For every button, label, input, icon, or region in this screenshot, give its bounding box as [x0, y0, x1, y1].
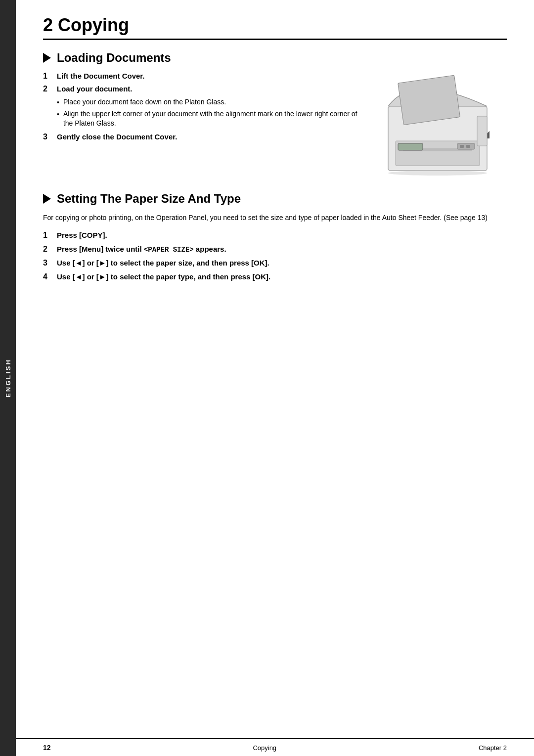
main-content: 2 Copying Loading Documents 1 Lift the D… [16, 0, 534, 756]
setting-step-4-number: 4 [43, 272, 57, 281]
bullet-2-text: Align the upper left corner of your docu… [63, 109, 358, 129]
sidebar-label: ENGLISH [4, 358, 12, 398]
setting-step-3-number: 3 [43, 259, 57, 267]
setting-step-1-number: 1 [43, 231, 57, 240]
svg-rect-3 [398, 75, 460, 125]
step-2-text: Load your document. [57, 85, 133, 93]
svg-rect-6 [466, 145, 470, 148]
section1-arrow-icon [43, 53, 51, 63]
section1-header: Loading Documents [43, 51, 507, 65]
step-1-number: 1 [43, 72, 57, 81]
title-divider [43, 39, 507, 40]
setting-step-3: 3 Use [◄] or [►] to select the paper siz… [43, 259, 507, 267]
svg-rect-8 [477, 116, 487, 146]
setting-step-2-number: 2 [43, 245, 57, 254]
bullet-2-dot: • [57, 110, 59, 118]
svg-rect-7 [398, 143, 423, 150]
bullet-1-text: Place your document face down on the Pla… [63, 97, 226, 107]
step-2-bullets: • Place your document face down on the P… [57, 97, 358, 129]
step-3-text: Gently close the Document Cover. [57, 133, 177, 141]
setting-step-4-text: Use [◄] or [►] to select the paper type,… [57, 272, 270, 281]
bullet-1: • Place your document face down on the P… [57, 97, 358, 107]
footer-chapter-text: Chapter 2 [479, 744, 507, 752]
setting-step-3-text: Use [◄] or [►] to select the paper size,… [57, 259, 269, 267]
setting-step-2-text: Press [Menu] twice until <PAPER SIZE> ap… [57, 245, 226, 254]
step-3: 3 Gently close the Document Cover. [43, 133, 358, 141]
footer: 12 Copying Chapter 2 [16, 738, 534, 756]
setting-step-1-text: Press [COPY]. [57, 231, 107, 239]
section2-arrow-icon [43, 194, 51, 204]
step-2: 2 Load your document. [43, 85, 358, 93]
step-3-number: 3 [43, 133, 57, 141]
section2-title: Setting The Paper Size And Type [57, 192, 241, 206]
bullet-2: • Align the upper left corner of your do… [57, 109, 358, 129]
loading-docs-layout: 1 Lift the Document Cover. 2 Load your d… [43, 72, 507, 177]
section1-title: Loading Documents [57, 51, 171, 65]
step-1: 1 Lift the Document Cover. [43, 72, 358, 81]
section2-header: Setting The Paper Size And Type [43, 192, 507, 206]
section2: Setting The Paper Size And Type For copy… [43, 192, 507, 281]
step-2-number: 2 [43, 85, 57, 93]
chapter-title: 2 Copying [43, 15, 507, 36]
bullet-1-dot: • [57, 98, 59, 106]
setting-step-1: 1 Press [COPY]. [43, 231, 507, 240]
svg-rect-5 [460, 145, 464, 148]
footer-page-number: 12 [43, 744, 51, 752]
section2-intro: For copying or photo printing, on the Op… [43, 213, 507, 223]
loading-docs-content: 1 Lift the Document Cover. 2 Load your d… [43, 72, 368, 145]
step-1-text: Lift the Document Cover. [57, 72, 145, 80]
footer-center-text: Copying [253, 744, 276, 752]
svg-point-9 [388, 171, 487, 176]
setting-step-2: 2 Press [Menu] twice until <PAPER SIZE> … [43, 245, 507, 254]
setting-step-4: 4 Use [◄] or [►] to select the paper typ… [43, 272, 507, 281]
sidebar: ENGLISH [0, 0, 16, 756]
printer-illustration [368, 67, 507, 177]
